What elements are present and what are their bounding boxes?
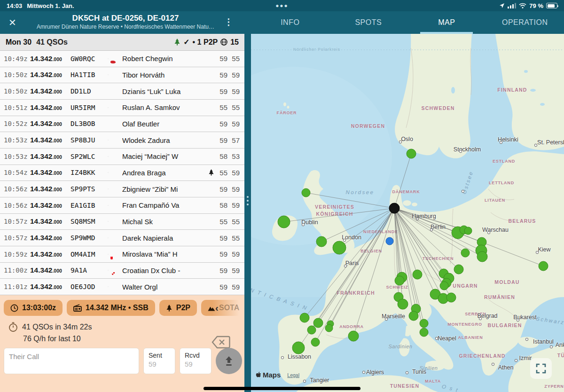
table-row[interactable]: 10:50z14.342.000HA1TIBTibor Horváth5959	[0, 67, 244, 84]
wifi-icon	[519, 3, 526, 8]
kebab-menu-icon[interactable]: ⋮	[224, 17, 233, 27]
table-row[interactable]: 10:53z14.342.000SP8BJUWlodek Zadura5957	[0, 132, 244, 149]
qso-callsign: 9A1A	[70, 267, 108, 274]
table-row[interactable]: 10:51z14.342.000UR5IRMRuslan A. Samkov55…	[0, 100, 244, 116]
qso-operator-name: Darek Napierala	[122, 234, 207, 242]
table-row[interactable]: 10:56z14.342.000SP9PTSZbigniew “Zibi” Mi…	[0, 181, 244, 197]
map-attribution: Maps Legal	[256, 371, 299, 379]
tree-icon	[166, 305, 172, 312]
their-call-input[interactable]	[4, 348, 139, 374]
qso-callsign: SP2WLC	[70, 153, 108, 160]
status-date: Mittwoch 1. Jan.	[27, 2, 74, 9]
log-qso-count: 41 QSOs	[36, 38, 68, 47]
p2p-chip-label: P2P	[176, 304, 190, 312]
qso-operator-name: Robert Chegwin	[122, 55, 207, 63]
table-row[interactable]: 10:49z14.342.000GW0RQCRobert Chegwin5955	[0, 51, 244, 67]
table-row[interactable]: 10:56z14.342.000EA1GIBFran Campañó Va585…	[0, 197, 244, 214]
table-row[interactable]: 11:01z14.342.000OE6JODWalter Orgl5959	[0, 279, 244, 295]
table-row[interactable]: 10:59z14.342.000OM4AIMMiroslava “Mia” H5…	[0, 246, 244, 263]
qso-operator-name: Walter Orgl	[122, 283, 207, 291]
qso-sent-rst: 59	[215, 136, 227, 144]
qso-callsign: IZ4BKK	[70, 169, 108, 176]
time-chip[interactable]: 13:03:00z	[4, 300, 63, 316]
table-row[interactable]: 11:00z14.342.0009A1ACroatian Dx Club -59…	[0, 263, 244, 279]
qso-time: 11:00z	[4, 267, 30, 274]
qso-frequency: 14.342.000	[30, 103, 70, 112]
qso-operator-name: Fran Campañó Va	[122, 201, 207, 209]
qso-time: 10:54z	[4, 169, 30, 176]
tree-icon	[174, 39, 180, 46]
table-row[interactable]: 10:50z14.342.000DD1LDDzianis “Luk” Luka5…	[0, 83, 244, 100]
qso-time: 10:53z	[4, 136, 30, 144]
qso-callsign: SP8BJU	[70, 136, 108, 144]
radio-icon	[73, 304, 82, 312]
tab-spots[interactable]: SPOTS	[329, 11, 408, 34]
log-qso-button[interactable]	[216, 348, 242, 374]
fullscreen-button[interactable]	[530, 358, 552, 379]
table-row[interactable]: 10:57z14.342.000SQ8MSMMichal Sk5555	[0, 214, 244, 230]
qso-time: 10:57z	[4, 234, 30, 242]
qso-sent-rst: 59	[215, 283, 227, 291]
qso-sent-rst: 59	[215, 55, 227, 63]
qso-operator-name: Maciej “Maciej” W	[122, 152, 207, 160]
qso-frequency: 14.342.000	[30, 87, 70, 95]
qso-time: 10:52z	[4, 120, 30, 127]
tab-bar: INFOSPOTSMAPOPERATION	[251, 11, 564, 34]
mountain-icon	[208, 305, 215, 311]
log-day: Mon 30	[6, 38, 31, 47]
legal-link[interactable]: Legal	[287, 372, 299, 378]
qso-rcvd-rst: 55	[227, 234, 240, 242]
fullscreen-icon	[536, 363, 546, 374]
p2p-tree-icon	[207, 169, 215, 176]
time-chip-label: 13:03:00z	[22, 304, 56, 312]
upload-icon	[223, 355, 235, 367]
qso-operator-name: Miroslava “Mia” H	[122, 250, 207, 258]
qso-sent-rst: 59	[215, 267, 227, 274]
table-row[interactable]: 10:52z14.342.000DL3BOBOlaf Beutler5959	[0, 116, 244, 133]
tab-operation[interactable]: OPERATION	[486, 11, 564, 34]
table-row[interactable]: 10:57z14.342.000SP9WMDDarek Napierala595…	[0, 230, 244, 246]
rcvd-field[interactable]: Rcvd 59	[180, 348, 212, 374]
qso-frequency: 14.342.000	[30, 55, 70, 63]
table-row[interactable]: 10:53z14.342.000SP2WLCMaciej “Maciej” W5…	[0, 149, 244, 165]
battery-icon	[546, 3, 557, 8]
qso-frequency: 14.342.000	[30, 71, 70, 79]
chip-scroll-chevron-icon[interactable]: ‹	[215, 303, 219, 314]
battery-percent: 79 %	[529, 2, 543, 9]
panel-resize-handle[interactable]	[244, 34, 251, 392]
log-summary-row[interactable]: Mon 30 41 QSOs ✓ • 1 P2P 15	[0, 34, 244, 51]
qso-operator-name: Olaf Beutler	[122, 120, 207, 128]
frequency-chip[interactable]: 14.342 MHz • SSB	[67, 300, 155, 316]
qso-operator-name: Dzianis “Luk” Luka	[122, 87, 207, 95]
qso-frequency: 14.342.000	[30, 152, 70, 161]
tab-map[interactable]: MAP	[407, 11, 486, 34]
qso-sent-rst: 55	[215, 169, 227, 177]
p2p-chip[interactable]: P2P	[159, 300, 197, 316]
qso-frequency: 14.342.000	[30, 217, 70, 226]
frequency-chip-label: 14.342 MHz • SSB	[86, 304, 149, 312]
table-row[interactable]: 10:54z14.342.000IZ4BKKAndrea Braga5559	[0, 165, 244, 181]
rate-stats-2: 76 Q/h for last 10	[8, 335, 244, 343]
qso-callsign: UR5IRM	[70, 104, 108, 111]
qso-operator-name: Michal Sk	[122, 218, 207, 226]
page-title: DK5CH at DE-0256, DE-0127	[22, 13, 229, 23]
qso-frequency: 14.342.000	[30, 185, 70, 193]
location-arrow-icon	[499, 3, 505, 8]
sent-label: Sent	[149, 352, 170, 359]
close-icon[interactable]: ✕	[8, 17, 16, 28]
qso-callsign: HA1TIB	[70, 71, 108, 78]
sota-chip[interactable]: SOTA	[201, 300, 244, 316]
qso-frequency: 14.342.000	[30, 282, 70, 291]
grip-dots-icon	[247, 196, 249, 205]
map-view[interactable]: Nördlicher PolarkreisFÄROERNORWEGENSCHWE…	[251, 34, 564, 392]
home-indicator[interactable]	[204, 387, 360, 390]
sent-placeholder: 59	[149, 360, 170, 368]
globe-icon	[220, 39, 227, 46]
tab-info[interactable]: INFO	[251, 11, 329, 34]
sent-field[interactable]: Sent 59	[143, 348, 175, 374]
qso-operator-name: Wlodek Zadura	[122, 136, 207, 144]
apple-logo-icon	[256, 372, 261, 378]
stopwatch-icon	[8, 322, 18, 332]
qso-time: 10:53z	[4, 153, 30, 160]
qso-rcvd-rst: 59	[227, 169, 240, 177]
